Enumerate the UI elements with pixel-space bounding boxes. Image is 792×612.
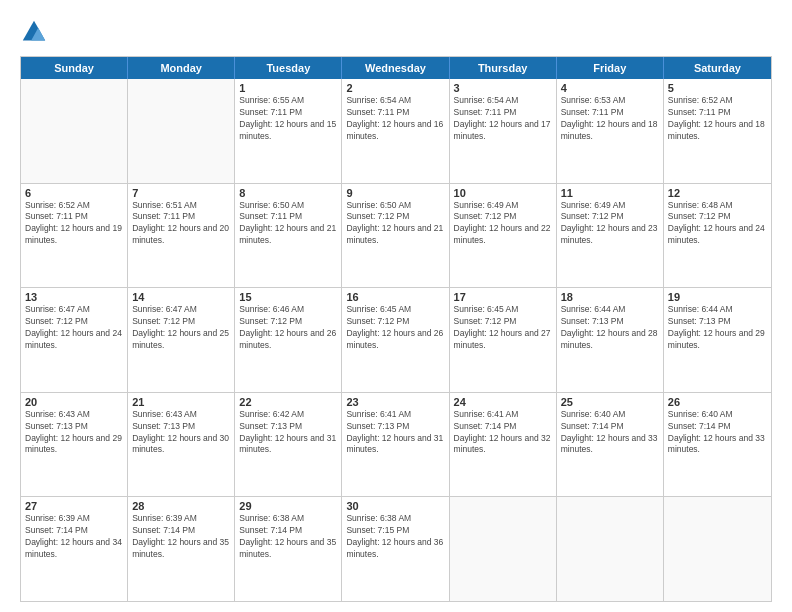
day-number: 9 <box>346 187 444 199</box>
cal-cell: 8Sunrise: 6:50 AM Sunset: 7:11 PM Daylig… <box>235 184 342 288</box>
day-number: 11 <box>561 187 659 199</box>
day-number: 24 <box>454 396 552 408</box>
day-info: Sunrise: 6:38 AM Sunset: 7:14 PM Dayligh… <box>239 513 337 561</box>
day-number: 4 <box>561 82 659 94</box>
day-info: Sunrise: 6:45 AM Sunset: 7:12 PM Dayligh… <box>454 304 552 352</box>
day-number: 17 <box>454 291 552 303</box>
cal-cell <box>21 79 128 183</box>
day-number: 16 <box>346 291 444 303</box>
day-number: 25 <box>561 396 659 408</box>
day-number: 5 <box>668 82 767 94</box>
cal-cell: 23Sunrise: 6:41 AM Sunset: 7:13 PM Dayli… <box>342 393 449 497</box>
day-info: Sunrise: 6:52 AM Sunset: 7:11 PM Dayligh… <box>25 200 123 248</box>
cal-cell: 4Sunrise: 6:53 AM Sunset: 7:11 PM Daylig… <box>557 79 664 183</box>
cal-cell: 17Sunrise: 6:45 AM Sunset: 7:12 PM Dayli… <box>450 288 557 392</box>
day-number: 21 <box>132 396 230 408</box>
day-info: Sunrise: 6:41 AM Sunset: 7:14 PM Dayligh… <box>454 409 552 457</box>
day-info: Sunrise: 6:49 AM Sunset: 7:12 PM Dayligh… <box>454 200 552 248</box>
header <box>20 18 772 46</box>
cal-cell: 27Sunrise: 6:39 AM Sunset: 7:14 PM Dayli… <box>21 497 128 601</box>
day-number: 26 <box>668 396 767 408</box>
day-number: 18 <box>561 291 659 303</box>
day-number: 7 <box>132 187 230 199</box>
calendar: SundayMondayTuesdayWednesdayThursdayFrid… <box>20 56 772 602</box>
cal-cell: 5Sunrise: 6:52 AM Sunset: 7:11 PM Daylig… <box>664 79 771 183</box>
cal-cell: 18Sunrise: 6:44 AM Sunset: 7:13 PM Dayli… <box>557 288 664 392</box>
header-day-saturday: Saturday <box>664 57 771 79</box>
page: SundayMondayTuesdayWednesdayThursdayFrid… <box>0 0 792 612</box>
day-info: Sunrise: 6:39 AM Sunset: 7:14 PM Dayligh… <box>25 513 123 561</box>
day-number: 6 <box>25 187 123 199</box>
day-info: Sunrise: 6:44 AM Sunset: 7:13 PM Dayligh… <box>561 304 659 352</box>
day-number: 2 <box>346 82 444 94</box>
day-info: Sunrise: 6:43 AM Sunset: 7:13 PM Dayligh… <box>25 409 123 457</box>
cal-cell: 11Sunrise: 6:49 AM Sunset: 7:12 PM Dayli… <box>557 184 664 288</box>
day-number: 12 <box>668 187 767 199</box>
day-info: Sunrise: 6:47 AM Sunset: 7:12 PM Dayligh… <box>25 304 123 352</box>
cal-cell: 26Sunrise: 6:40 AM Sunset: 7:14 PM Dayli… <box>664 393 771 497</box>
day-number: 10 <box>454 187 552 199</box>
cal-cell: 25Sunrise: 6:40 AM Sunset: 7:14 PM Dayli… <box>557 393 664 497</box>
cal-cell <box>128 79 235 183</box>
cal-cell: 2Sunrise: 6:54 AM Sunset: 7:11 PM Daylig… <box>342 79 449 183</box>
day-info: Sunrise: 6:50 AM Sunset: 7:12 PM Dayligh… <box>346 200 444 248</box>
day-info: Sunrise: 6:38 AM Sunset: 7:15 PM Dayligh… <box>346 513 444 561</box>
day-info: Sunrise: 6:41 AM Sunset: 7:13 PM Dayligh… <box>346 409 444 457</box>
day-number: 28 <box>132 500 230 512</box>
header-day-thursday: Thursday <box>450 57 557 79</box>
cal-cell: 19Sunrise: 6:44 AM Sunset: 7:13 PM Dayli… <box>664 288 771 392</box>
day-number: 3 <box>454 82 552 94</box>
logo <box>20 18 52 46</box>
day-number: 15 <box>239 291 337 303</box>
cal-cell: 9Sunrise: 6:50 AM Sunset: 7:12 PM Daylig… <box>342 184 449 288</box>
day-number: 23 <box>346 396 444 408</box>
day-number: 20 <box>25 396 123 408</box>
header-day-sunday: Sunday <box>21 57 128 79</box>
day-number: 13 <box>25 291 123 303</box>
cal-week-2: 13Sunrise: 6:47 AM Sunset: 7:12 PM Dayli… <box>21 287 771 392</box>
day-number: 14 <box>132 291 230 303</box>
header-day-wednesday: Wednesday <box>342 57 449 79</box>
cal-cell: 3Sunrise: 6:54 AM Sunset: 7:11 PM Daylig… <box>450 79 557 183</box>
calendar-header: SundayMondayTuesdayWednesdayThursdayFrid… <box>21 57 771 79</box>
day-number: 8 <box>239 187 337 199</box>
day-info: Sunrise: 6:50 AM Sunset: 7:11 PM Dayligh… <box>239 200 337 248</box>
cal-week-0: 1Sunrise: 6:55 AM Sunset: 7:11 PM Daylig… <box>21 79 771 183</box>
cal-cell: 16Sunrise: 6:45 AM Sunset: 7:12 PM Dayli… <box>342 288 449 392</box>
day-info: Sunrise: 6:39 AM Sunset: 7:14 PM Dayligh… <box>132 513 230 561</box>
header-day-monday: Monday <box>128 57 235 79</box>
day-info: Sunrise: 6:55 AM Sunset: 7:11 PM Dayligh… <box>239 95 337 143</box>
cal-week-1: 6Sunrise: 6:52 AM Sunset: 7:11 PM Daylig… <box>21 183 771 288</box>
day-number: 29 <box>239 500 337 512</box>
day-info: Sunrise: 6:49 AM Sunset: 7:12 PM Dayligh… <box>561 200 659 248</box>
logo-icon <box>20 18 48 46</box>
cal-week-3: 20Sunrise: 6:43 AM Sunset: 7:13 PM Dayli… <box>21 392 771 497</box>
day-info: Sunrise: 6:52 AM Sunset: 7:11 PM Dayligh… <box>668 95 767 143</box>
header-day-friday: Friday <box>557 57 664 79</box>
day-info: Sunrise: 6:53 AM Sunset: 7:11 PM Dayligh… <box>561 95 659 143</box>
cal-cell: 30Sunrise: 6:38 AM Sunset: 7:15 PM Dayli… <box>342 497 449 601</box>
cal-cell: 1Sunrise: 6:55 AM Sunset: 7:11 PM Daylig… <box>235 79 342 183</box>
cal-cell: 20Sunrise: 6:43 AM Sunset: 7:13 PM Dayli… <box>21 393 128 497</box>
day-info: Sunrise: 6:54 AM Sunset: 7:11 PM Dayligh… <box>454 95 552 143</box>
cal-cell: 13Sunrise: 6:47 AM Sunset: 7:12 PM Dayli… <box>21 288 128 392</box>
day-info: Sunrise: 6:48 AM Sunset: 7:12 PM Dayligh… <box>668 200 767 248</box>
cal-week-4: 27Sunrise: 6:39 AM Sunset: 7:14 PM Dayli… <box>21 496 771 601</box>
calendar-body: 1Sunrise: 6:55 AM Sunset: 7:11 PM Daylig… <box>21 79 771 601</box>
day-info: Sunrise: 6:46 AM Sunset: 7:12 PM Dayligh… <box>239 304 337 352</box>
cal-cell <box>557 497 664 601</box>
cal-cell <box>664 497 771 601</box>
day-number: 30 <box>346 500 444 512</box>
cal-cell <box>450 497 557 601</box>
day-info: Sunrise: 6:47 AM Sunset: 7:12 PM Dayligh… <box>132 304 230 352</box>
cal-cell: 15Sunrise: 6:46 AM Sunset: 7:12 PM Dayli… <box>235 288 342 392</box>
cal-cell: 14Sunrise: 6:47 AM Sunset: 7:12 PM Dayli… <box>128 288 235 392</box>
day-number: 27 <box>25 500 123 512</box>
cal-cell: 24Sunrise: 6:41 AM Sunset: 7:14 PM Dayli… <box>450 393 557 497</box>
day-info: Sunrise: 6:40 AM Sunset: 7:14 PM Dayligh… <box>668 409 767 457</box>
day-info: Sunrise: 6:54 AM Sunset: 7:11 PM Dayligh… <box>346 95 444 143</box>
cal-cell: 12Sunrise: 6:48 AM Sunset: 7:12 PM Dayli… <box>664 184 771 288</box>
day-number: 22 <box>239 396 337 408</box>
cal-cell: 21Sunrise: 6:43 AM Sunset: 7:13 PM Dayli… <box>128 393 235 497</box>
cal-cell: 22Sunrise: 6:42 AM Sunset: 7:13 PM Dayli… <box>235 393 342 497</box>
